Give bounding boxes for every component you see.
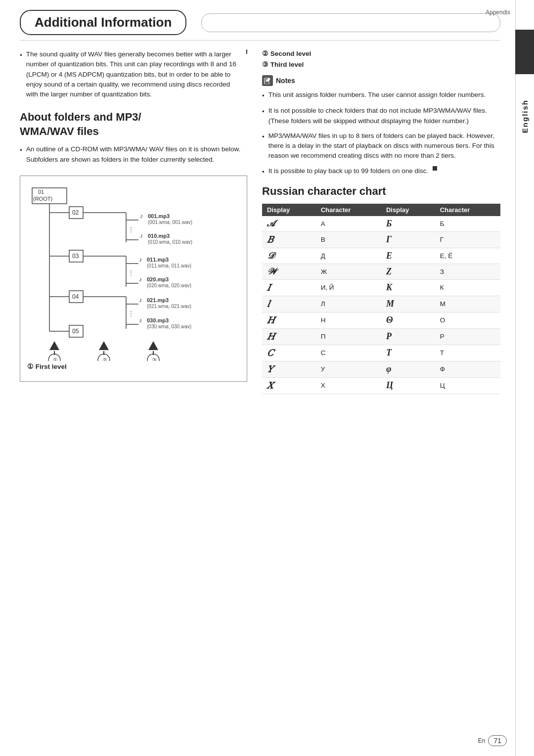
display-char-1: 𝐼	[262, 279, 316, 296]
note-item-2: • It is not possible to check folders th…	[262, 106, 500, 126]
svg-text:04: 04	[72, 293, 79, 300]
bullet-dot-n3: •	[262, 132, 265, 161]
display-char-2: Μ	[381, 296, 435, 312]
intro-bullet: • The sound quality of WAV files general…	[20, 49, 247, 99]
folders-text: An outline of a CD-ROM with MP3/WMA/ WAV…	[26, 144, 247, 165]
two-columns: • The sound quality of WAV files general…	[20, 49, 500, 394]
char-1: С	[316, 345, 381, 361]
notes-header: Notes	[262, 75, 500, 86]
svg-marker-49	[49, 341, 59, 350]
display-char-2: Τ	[381, 345, 435, 361]
second-level: ② Second level	[262, 49, 500, 57]
folders-bullet: • An outline of a CD-ROM with MP3/WMA/ W…	[20, 144, 247, 165]
notes-title: Notes	[276, 77, 295, 85]
intro-bullet-section: • The sound quality of WAV files general…	[20, 49, 247, 99]
pencil-icon	[264, 77, 271, 84]
char-2: Р	[435, 328, 500, 345]
table-row: 𝐵 В Г Г	[262, 231, 500, 248]
en-label: En	[478, 737, 486, 744]
display-char-2: Г	[381, 231, 435, 248]
display-char-1: 𝑌	[262, 361, 316, 377]
first-level-label-text: ① First level	[27, 362, 67, 370]
char-1: Н	[316, 312, 381, 328]
right-column: ② Second level ③ Third level	[262, 49, 500, 394]
svg-text:(020.wma, 020.wav): (020.wma, 020.wav)	[147, 283, 191, 288]
svg-text:(011.wma, 011.wav): (011.wma, 011.wav)	[147, 263, 191, 268]
table-row: 𝑋 Х Ц Ц	[262, 377, 500, 394]
char-2: Ц	[435, 377, 500, 394]
display-char-2: Ρ	[381, 328, 435, 345]
display-char-2: Θ	[381, 312, 435, 328]
char-1: И, Й	[316, 279, 381, 296]
table-row: 𝐶 С Τ Т	[262, 345, 500, 361]
char-2: Б	[435, 216, 500, 232]
svg-text:⋮: ⋮	[128, 226, 134, 233]
note-text-3: MP3/WMA/WAV files in up to 8 tiers of fo…	[268, 131, 500, 161]
table-row: 𝑙 Л Μ М	[262, 296, 500, 312]
svg-text:♪: ♪	[140, 212, 143, 220]
folders-section-heading: About folders and MP3/ WMA/WAV files	[20, 110, 247, 138]
display-char-2: Ε	[381, 248, 435, 264]
table-row: 𝐻 Н Θ О	[262, 312, 500, 328]
svg-marker-51	[99, 341, 109, 350]
col-header-char2: Character	[435, 204, 500, 216]
language-tab-label: English	[515, 30, 534, 203]
table-row: 𝒲 Ж Ζ З	[262, 264, 500, 279]
note-text-1: This unit assigns folder numbers. The us…	[268, 90, 486, 101]
page-footer: En 71	[478, 735, 507, 746]
svg-text:(001.wma, 001.wav): (001.wma, 001.wav)	[148, 220, 192, 225]
char-2: М	[435, 296, 500, 312]
folder-diagram-svg: 01 (ROOT) 02 ♪ 001.mp3 (001.wma, 001	[27, 183, 235, 361]
page-number: 71	[488, 735, 507, 746]
table-row: 𝒟 Д Ε Е, Ё	[262, 248, 500, 264]
char-1: Ж	[316, 264, 381, 279]
char-1: Л	[316, 296, 381, 312]
svg-text:011.mp3: 011.mp3	[147, 257, 169, 263]
svg-text:⋮: ⋮	[128, 269, 134, 276]
svg-text:001.mp3: 001.mp3	[148, 213, 170, 219]
display-char-1: 𝐻	[262, 312, 316, 328]
display-char-1: 𝑙	[262, 296, 316, 312]
display-char-2: Ζ	[381, 264, 435, 279]
svg-text:01: 01	[38, 189, 44, 195]
svg-text:♪: ♪	[139, 256, 142, 263]
folders-bullet-section: • An outline of a CD-ROM with MP3/WMA/ W…	[20, 144, 247, 165]
display-char-1: 𝒟	[262, 248, 316, 264]
page-title: Additional Information	[20, 10, 186, 35]
char-2: Г	[435, 231, 500, 248]
char-1: Х	[316, 377, 381, 394]
char-1: А	[316, 216, 381, 232]
svg-text:030.mp3: 030.mp3	[147, 317, 169, 323]
char-1: У	[316, 361, 381, 377]
table-row: 𝐼 И, Й Κ К	[262, 279, 500, 296]
stop-icon	[246, 49, 247, 54]
svg-text:②: ②	[102, 357, 107, 361]
main-content: Additional Information • The sound quali…	[0, 0, 515, 409]
bullet-dot-n1: •	[262, 91, 265, 101]
third-level: ③ Third level	[262, 60, 500, 68]
char-2: Е, Ё	[435, 248, 500, 264]
display-char-2: Ц	[381, 377, 435, 394]
note-item-1: • This unit assigns folder numbers. The …	[262, 90, 500, 101]
char-2: К	[435, 279, 500, 296]
svg-text:(010.wma, 010.wav): (010.wma, 010.wav)	[148, 239, 192, 245]
svg-text:♪: ♪	[140, 232, 143, 239]
bullet-dot-2: •	[20, 145, 22, 165]
first-level-label: ① First level	[27, 362, 242, 370]
appendix-label: Appendix	[486, 9, 510, 16]
char-2: Т	[435, 345, 500, 361]
svg-text:020.mp3: 020.mp3	[147, 276, 169, 282]
right-tab: English	[515, 0, 534, 756]
svg-text:♪: ♪	[139, 296, 142, 304]
table-row: 𝒜 А Б Б	[262, 216, 500, 232]
table-row: 𝑌 У φ Ф	[262, 361, 500, 377]
char-1: Д	[316, 248, 381, 264]
svg-text:♪: ♪	[139, 275, 142, 283]
display-char-1: 𝑋	[262, 377, 316, 394]
third-level-text: ③ Third level	[262, 60, 304, 68]
table-row: 𝐻 П Ρ Р	[262, 328, 500, 345]
char-2: З	[435, 264, 500, 279]
svg-text:①: ①	[53, 357, 58, 361]
svg-text:(021.wma, 021.wav): (021.wma, 021.wav)	[147, 304, 191, 309]
display-char-1: 𝐶	[262, 345, 316, 361]
